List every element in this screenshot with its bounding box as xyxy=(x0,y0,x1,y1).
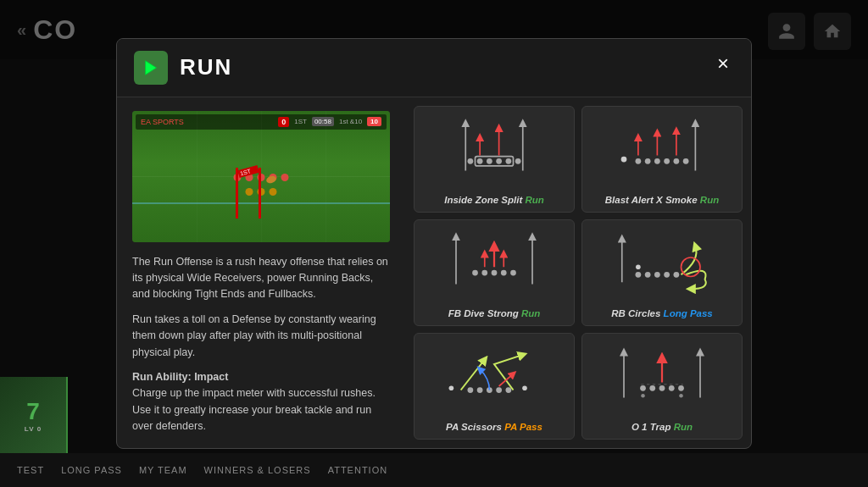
svg-point-29 xyxy=(472,270,478,276)
play-card-inside-zone-split[interactable]: Inside Zone Split Run xyxy=(414,106,575,213)
svg-point-20 xyxy=(664,158,670,164)
svg-point-54 xyxy=(640,385,646,391)
play-label-rb-circles: RB Circles Long Pass xyxy=(611,308,713,318)
svg-point-11 xyxy=(496,158,502,164)
game-screenshot: EA SPORTS 0 1ST 00:58 1st &10 10 xyxy=(132,111,390,242)
player-card-preview: 7 LV 0 xyxy=(0,377,68,453)
play-diagram-pa-scissors xyxy=(420,340,569,417)
svg-point-12 xyxy=(506,158,512,164)
play-card-o1-trap[interactable]: O 1 Trap Run xyxy=(581,333,743,440)
svg-point-21 xyxy=(674,158,680,164)
modal-overlay: RUN × EA SPORTS 0 1ST xyxy=(0,0,868,487)
svg-point-39 xyxy=(645,272,651,278)
svg-point-22 xyxy=(683,158,689,164)
svg-point-49 xyxy=(506,387,512,393)
description-para-1: The Run Offense is a rush heavy offense … xyxy=(132,254,390,303)
bottom-item-attention[interactable]: ATTENTION xyxy=(328,465,388,475)
svg-point-30 xyxy=(481,270,487,276)
svg-point-55 xyxy=(649,385,655,391)
play-card-blast-alert[interactable]: Blast Alert X Smoke Run xyxy=(581,106,743,213)
play-diagram-rb-circles xyxy=(587,227,737,303)
description-para-3: Run Ability: ImpactCharge up the impact … xyxy=(132,369,390,435)
svg-marker-0 xyxy=(146,60,157,75)
svg-point-62 xyxy=(679,394,683,398)
play-diagram-fb-dive xyxy=(420,227,569,303)
bottom-nav: TEST LONG PASS MY TEAM WINNERS & LOSERS … xyxy=(0,453,868,487)
play-label-pa-scissors: PA Scissors PA Pass xyxy=(446,422,542,432)
modal-title: RUN xyxy=(180,54,232,80)
svg-point-38 xyxy=(636,272,642,278)
play-label-o1-trap: O 1 Trap Run xyxy=(632,422,693,432)
play-diagram-inside-zone-split xyxy=(420,113,569,190)
run-icon xyxy=(134,51,168,85)
svg-point-17 xyxy=(636,158,642,164)
svg-point-32 xyxy=(501,270,507,276)
play-label-inside-zone-split: Inside Zone Split Run xyxy=(444,195,544,205)
svg-point-10 xyxy=(487,158,492,164)
svg-point-50 xyxy=(449,386,454,391)
svg-point-61 xyxy=(641,394,645,398)
bottom-item-winners[interactable]: WINNERS & LOSERS xyxy=(204,465,311,475)
plays-grid: Inside Zone Split Run xyxy=(405,97,751,449)
svg-point-23 xyxy=(621,156,627,162)
svg-point-51 xyxy=(522,386,527,391)
play-label-blast-alert: Blast Alert X Smoke Run xyxy=(605,195,719,205)
svg-point-44 xyxy=(636,264,641,269)
play-card-fb-dive[interactable]: FB Dive Strong Run xyxy=(414,219,575,326)
svg-point-9 xyxy=(477,158,483,164)
svg-point-46 xyxy=(477,387,483,393)
svg-point-42 xyxy=(674,272,680,278)
svg-point-58 xyxy=(678,385,684,391)
play-description: The Run Offense is a rush heavy offense … xyxy=(132,254,390,435)
play-diagram-blast-alert xyxy=(587,113,737,190)
svg-point-19 xyxy=(654,158,660,164)
modal-body: EA SPORTS 0 1ST 00:58 1st &10 10 xyxy=(117,97,751,449)
svg-point-40 xyxy=(654,272,660,278)
svg-point-48 xyxy=(496,387,502,393)
play-label-fb-dive: FB Dive Strong Run xyxy=(448,308,541,318)
svg-point-13 xyxy=(515,158,521,164)
left-panel: EA SPORTS 0 1ST 00:58 1st &10 10 xyxy=(117,97,405,449)
svg-point-56 xyxy=(659,385,665,391)
bottom-item-long-pass[interactable]: LONG PASS xyxy=(61,465,122,475)
description-para-2: Run takes a toll on a Defense by constan… xyxy=(132,312,390,361)
svg-point-45 xyxy=(468,387,474,393)
run-modal: RUN × EA SPORTS 0 1ST xyxy=(116,38,752,450)
svg-point-41 xyxy=(664,272,670,278)
svg-point-18 xyxy=(645,158,651,164)
modal-header: RUN × xyxy=(117,39,751,97)
svg-point-8 xyxy=(468,158,474,164)
play-card-pa-scissors[interactable]: PA Scissors PA Pass xyxy=(414,333,575,440)
svg-point-57 xyxy=(669,385,675,391)
play-diagram-o1-trap xyxy=(587,340,737,417)
svg-point-33 xyxy=(510,270,516,276)
play-card-rb-circles[interactable]: RB Circles Long Pass xyxy=(581,219,743,326)
modal-close-button[interactable]: × xyxy=(709,49,737,78)
bottom-item-my-team[interactable]: MY TEAM xyxy=(139,465,187,475)
bottom-item-test[interactable]: TEST xyxy=(17,465,44,475)
svg-point-31 xyxy=(492,270,498,276)
